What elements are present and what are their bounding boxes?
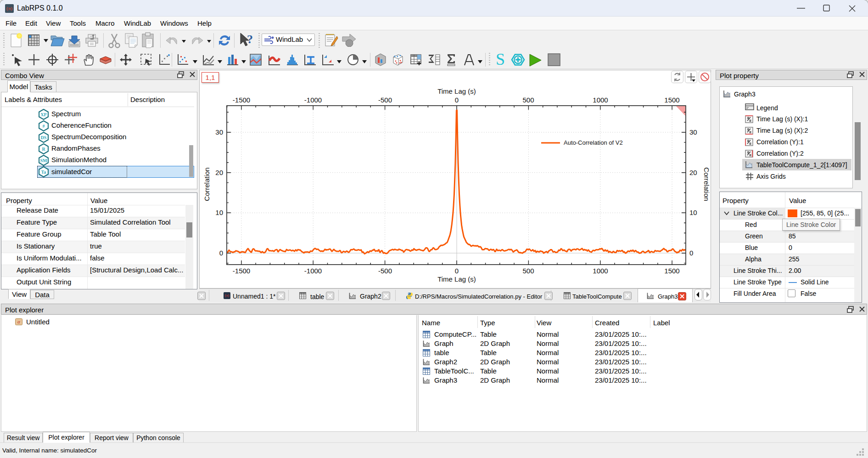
svg-text:α: α <box>17 319 20 324</box>
svg-text:-1500: -1500 <box>233 267 250 275</box>
svg-text:1000: 1000 <box>593 96 608 104</box>
svg-text:-1000: -1000 <box>304 267 322 275</box>
svg-text:Ta: Ta <box>41 170 46 175</box>
svg-text:1000: 1000 <box>593 267 608 275</box>
svg-text:Correlation: Correlation <box>203 167 211 201</box>
svg-text:DS: DS <box>41 135 47 140</box>
svg-text:Correlation: Correlation <box>703 167 711 201</box>
svg-text:500: 500 <box>522 267 534 275</box>
svg-text:XP: XP <box>40 112 46 117</box>
svg-text:R: R <box>42 147 45 152</box>
svg-text:-500: -500 <box>378 267 392 275</box>
svg-text:20: 20 <box>215 169 223 176</box>
svg-text:10: 10 <box>689 209 697 216</box>
svg-text:1500: 1500 <box>664 267 679 275</box>
svg-text:0: 0 <box>219 249 223 257</box>
svg-text:1500: 1500 <box>664 96 679 104</box>
svg-text:30: 30 <box>215 128 223 136</box>
svg-text:SM: SM <box>40 158 48 163</box>
svg-text:#: # <box>43 124 45 129</box>
svg-text:20: 20 <box>689 169 697 176</box>
svg-text:Time Lag (s): Time Lag (s) <box>437 275 476 283</box>
svg-text:-1000: -1000 <box>304 96 322 104</box>
svg-text:10: 10 <box>215 209 223 216</box>
svg-text:0: 0 <box>455 267 459 275</box>
svg-text:0: 0 <box>455 96 459 104</box>
svg-text:-500: -500 <box>378 96 392 104</box>
svg-text:-1500: -1500 <box>233 96 250 104</box>
svg-text:0: 0 <box>689 249 693 257</box>
svg-text:Time Lag (s): Time Lag (s) <box>437 87 476 95</box>
svg-text:?: ? <box>247 33 253 46</box>
svg-text:30: 30 <box>689 128 697 136</box>
svg-text:Auto-Correlation of V2: Auto-Correlation of V2 <box>564 139 623 146</box>
svg-text:500: 500 <box>522 96 534 104</box>
